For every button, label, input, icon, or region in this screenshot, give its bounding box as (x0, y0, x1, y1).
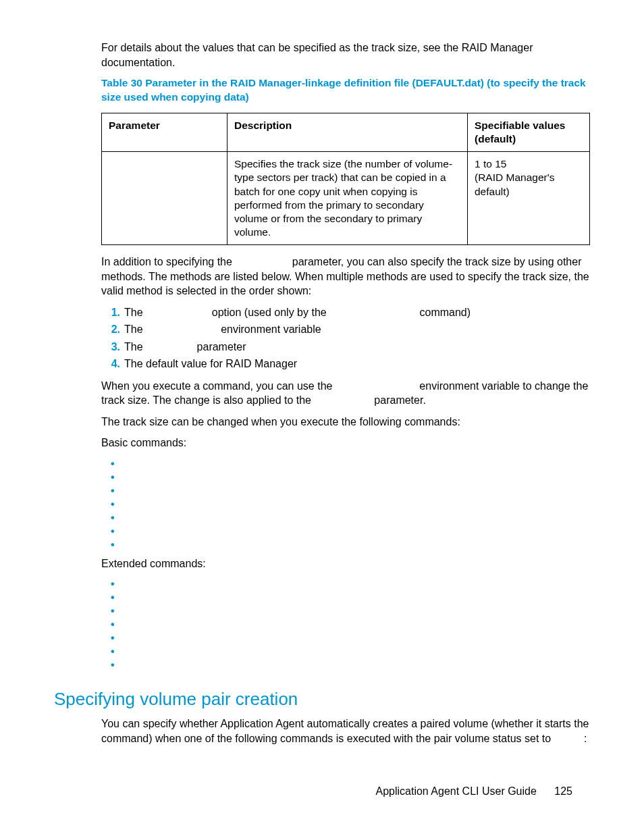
col-header-description: Description (227, 113, 468, 152)
list-item (124, 591, 590, 602)
list-item (124, 471, 590, 482)
basic-commands-label: Basic commands: (101, 436, 590, 450)
list-item (124, 577, 590, 589)
list-item (124, 457, 590, 469)
list-item (124, 525, 590, 536)
section-paragraph: You can specify whether Application Agen… (101, 716, 590, 746)
list-item (124, 658, 590, 670)
list-item (124, 538, 590, 550)
list-item: The parameter (124, 340, 590, 355)
extended-commands-list (101, 577, 590, 670)
page-number: 125 (554, 785, 572, 797)
page-footer: Application Agent CLI User Guide 125 (375, 785, 572, 798)
list-item (124, 618, 590, 629)
table-caption: Table 30 Parameter in the RAID Manager-l… (101, 76, 590, 105)
section-content: You can specify whether Application Agen… (101, 716, 590, 746)
list-item: The default value for RAID Manager (124, 357, 590, 371)
basic-commands-list (101, 457, 590, 550)
cell-specifiable: 1 to 15 (RAID Manager's default) (468, 152, 590, 245)
list-item: The option (used only by the command) (124, 305, 590, 320)
col-header-specifiable: Specifiable values (default) (468, 113, 590, 152)
intro-paragraph: For details about the values that can be… (101, 41, 590, 70)
table-row: Specifies the track size (the number of … (102, 152, 590, 245)
footer-title: Application Agent CLI User Guide (375, 785, 536, 797)
list-item (124, 604, 590, 616)
cell-parameter (102, 152, 227, 245)
main-content: For details about the values that can be… (101, 41, 590, 670)
list-item: The environment variable (124, 322, 590, 337)
methods-ordered-list: The option (used only by the command) Th… (101, 305, 590, 372)
table-header-row: Parameter Description Specifiable values… (102, 113, 590, 152)
col-header-parameter: Parameter (102, 113, 227, 152)
changed-when-paragraph: The track size can be changed when you e… (101, 415, 590, 429)
list-item (124, 484, 590, 496)
parameter-table: Parameter Description Specifiable values… (101, 113, 590, 245)
list-item (124, 511, 590, 523)
list-item (124, 498, 590, 509)
extended-commands-label: Extended commands: (101, 556, 590, 571)
after-table-paragraph: In addition to specifying the parameter,… (101, 255, 590, 298)
list-item (124, 645, 590, 656)
section-heading: Specifying volume pair creation (54, 689, 590, 710)
document-page: . For details about the values that can … (0, 0, 644, 834)
exec-paragraph: When you execute a command, you can use … (101, 379, 590, 408)
list-item (124, 631, 590, 643)
cell-description: Specifies the track size (the number of … (227, 152, 468, 245)
